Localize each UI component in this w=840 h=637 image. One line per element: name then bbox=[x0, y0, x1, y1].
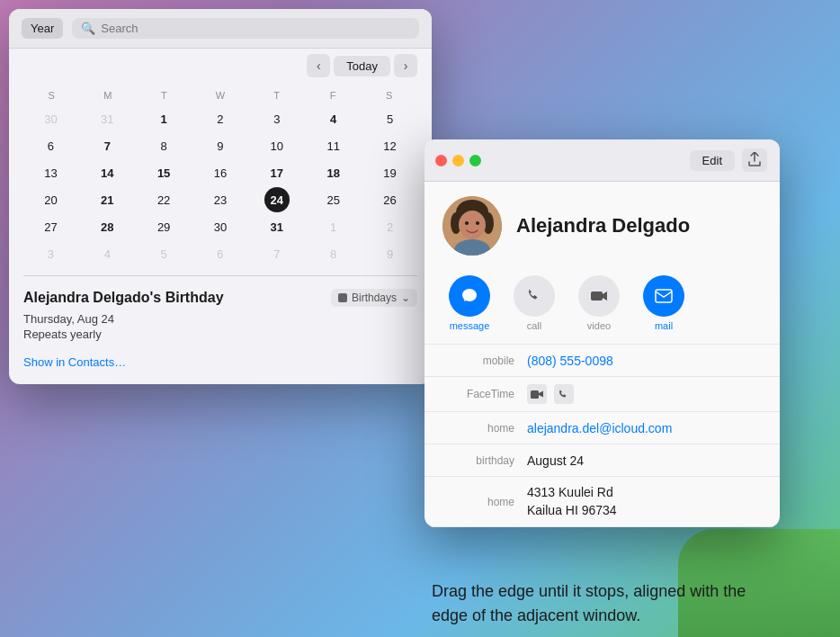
cal-day[interactable]: 15 bbox=[151, 160, 176, 185]
cal-day[interactable]: 7 bbox=[264, 241, 290, 266]
cal-day[interactable]: 17 bbox=[264, 160, 290, 185]
show-in-contacts-link[interactable]: Show in Contacts… bbox=[23, 355, 126, 369]
mail-action-button[interactable]: mail bbox=[637, 275, 691, 331]
calendar-window: Year 🔍 ‹ Today › S M T W T F S 30 31 1 2… bbox=[9, 9, 432, 384]
cal-day[interactable]: 14 bbox=[94, 160, 120, 185]
close-button[interactable] bbox=[435, 155, 447, 166]
cal-day[interactable]: 6 bbox=[208, 241, 233, 266]
prev-button[interactable]: ‹ bbox=[307, 54, 330, 77]
cal-day[interactable]: 10 bbox=[264, 133, 290, 158]
info-row-birthday: birthday August 24 bbox=[424, 444, 780, 477]
contact-header: Alejandra Delgado bbox=[424, 182, 780, 270]
cal-day[interactable]: 19 bbox=[378, 160, 403, 185]
svg-point-6 bbox=[476, 221, 479, 225]
weekday-f: F bbox=[305, 88, 362, 103]
cal-day[interactable]: 20 bbox=[38, 187, 63, 212]
cal-day[interactable]: 29 bbox=[151, 214, 176, 239]
mail-icon bbox=[643, 275, 684, 317]
contacts-titlebar: Edit bbox=[424, 139, 780, 182]
maximize-button[interactable] bbox=[469, 155, 481, 166]
cal-day[interactable]: 30 bbox=[38, 106, 63, 131]
svg-point-5 bbox=[465, 221, 469, 225]
cal-day[interactable]: 25 bbox=[321, 187, 346, 212]
birthday-value: August 24 bbox=[527, 453, 762, 468]
home-address-label: home bbox=[442, 496, 514, 508]
contact-info-section: mobile (808) 555-0098 FaceTime bbox=[424, 344, 780, 527]
svg-rect-8 bbox=[591, 292, 603, 301]
cal-day[interactable]: 4 bbox=[94, 241, 120, 266]
cal-day[interactable]: 5 bbox=[378, 106, 403, 131]
cal-day[interactable]: 2 bbox=[208, 106, 233, 131]
info-row-facetime: FaceTime bbox=[424, 377, 780, 412]
cal-day[interactable]: 7 bbox=[94, 133, 120, 158]
cal-day[interactable]: 13 bbox=[38, 160, 63, 185]
cal-day[interactable]: 18 bbox=[321, 160, 346, 185]
cal-day[interactable]: 6 bbox=[38, 133, 63, 158]
message-label: message bbox=[450, 320, 490, 331]
share-button[interactable] bbox=[742, 148, 767, 172]
cal-day[interactable]: 31 bbox=[264, 214, 290, 239]
weekday-s2: S bbox=[361, 88, 417, 103]
weekday-m: M bbox=[80, 88, 137, 103]
cal-day[interactable]: 1 bbox=[151, 106, 176, 131]
facetime-icons bbox=[527, 384, 574, 404]
cal-day[interactable]: 31 bbox=[94, 106, 120, 131]
share-icon bbox=[748, 152, 761, 169]
cal-day[interactable]: 2 bbox=[378, 214, 403, 239]
cal-day[interactable]: 8 bbox=[151, 133, 176, 158]
cal-day[interactable]: 9 bbox=[208, 133, 233, 158]
cal-day[interactable]: 3 bbox=[264, 106, 290, 131]
mail-label: mail bbox=[655, 320, 673, 331]
minimize-button[interactable] bbox=[452, 155, 464, 166]
today-button[interactable]: Today bbox=[334, 56, 390, 76]
avatar bbox=[442, 196, 502, 256]
calendar-nav: ‹ Today › bbox=[9, 49, 432, 79]
weekday-w: W bbox=[192, 88, 249, 103]
calendar-grid-area: S M T W T F S 30 31 1 2 3 4 5 6 7 8 9 10… bbox=[9, 79, 432, 275]
cal-day[interactable]: 3 bbox=[38, 241, 63, 266]
cal-day[interactable]: 8 bbox=[321, 241, 346, 266]
mobile-value[interactable]: (808) 555-0098 bbox=[527, 354, 762, 368]
call-action-button[interactable]: call bbox=[507, 275, 561, 331]
search-bar: 🔍 bbox=[72, 18, 419, 39]
cal-day[interactable]: 21 bbox=[94, 187, 120, 212]
cal-day[interactable]: 23 bbox=[208, 187, 233, 212]
cal-day[interactable]: 30 bbox=[208, 214, 233, 239]
cal-day[interactable]: 11 bbox=[321, 133, 346, 158]
birthdays-badge[interactable]: Birthdays ⌄ bbox=[331, 289, 417, 307]
facetime-audio-icon[interactable] bbox=[554, 384, 574, 404]
cal-day[interactable]: 9 bbox=[378, 241, 403, 266]
message-action-button[interactable]: message bbox=[442, 275, 496, 331]
search-input[interactable] bbox=[101, 22, 410, 35]
facetime-video-icon[interactable] bbox=[527, 384, 547, 404]
cal-day[interactable]: 4 bbox=[321, 106, 346, 131]
home-email-label: home bbox=[442, 422, 514, 435]
cal-day[interactable]: 26 bbox=[378, 187, 403, 212]
edit-button[interactable]: Edit bbox=[690, 150, 735, 171]
cal-day[interactable]: 27 bbox=[38, 214, 63, 239]
event-date: Thursday, Aug 24 bbox=[23, 312, 417, 326]
weekday-t2: T bbox=[248, 88, 305, 103]
contacts-window: Edit bbox=[424, 139, 780, 527]
search-icon: 🔍 bbox=[81, 22, 95, 35]
cal-day[interactable]: 16 bbox=[208, 160, 233, 185]
call-icon bbox=[514, 275, 555, 317]
home-email-value[interactable]: alejandra.del@icloud.com bbox=[527, 421, 762, 435]
cal-day[interactable]: 12 bbox=[378, 133, 403, 158]
calendar-grid: 30 31 1 2 3 4 5 6 7 8 9 10 11 12 13 14 1… bbox=[23, 106, 417, 266]
cal-day[interactable]: 22 bbox=[151, 187, 176, 212]
info-row-mobile: mobile (808) 555-0098 bbox=[424, 345, 780, 377]
next-button[interactable]: › bbox=[394, 54, 417, 77]
event-title: Alejandra Delgado's Birthday bbox=[23, 290, 224, 306]
call-label: call bbox=[527, 320, 542, 331]
cal-day[interactable]: 1 bbox=[321, 214, 346, 239]
event-header: Alejandra Delgado's Birthday Birthdays ⌄ bbox=[23, 289, 417, 307]
cal-day[interactable]: 28 bbox=[94, 214, 120, 239]
cal-day-today[interactable]: 24 bbox=[264, 187, 290, 212]
video-action-button[interactable]: video bbox=[572, 275, 626, 331]
mobile-label: mobile bbox=[442, 354, 514, 367]
cal-day[interactable]: 5 bbox=[151, 241, 176, 266]
year-button[interactable]: Year bbox=[22, 18, 63, 39]
facetime-label: FaceTime bbox=[442, 388, 514, 400]
badge-dot bbox=[338, 293, 347, 302]
